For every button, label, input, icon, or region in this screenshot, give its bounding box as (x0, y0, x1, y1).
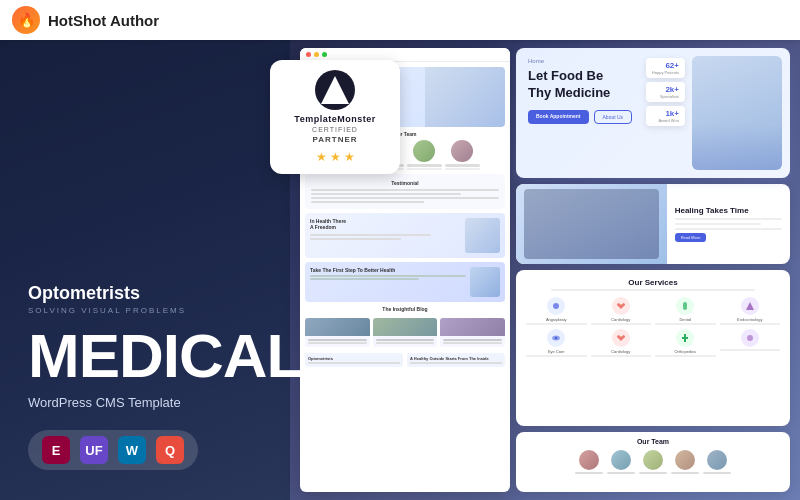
tci-line-4 (671, 472, 699, 474)
svg-point-0 (553, 303, 559, 309)
mockup-testimonial: Testimonial (305, 174, 505, 209)
blog-text-2 (373, 336, 438, 347)
dental-label: Dental (655, 317, 716, 322)
cardiology2-label: Cardiology (591, 349, 652, 354)
team-name-3 (407, 164, 442, 167)
service-angioplasty: Angioplasty (526, 297, 587, 325)
service-misc (720, 329, 781, 357)
angioplasty-label: Angioplasty (526, 317, 587, 322)
ht-line-3 (675, 228, 782, 230)
team-preview-card: Our Team (516, 432, 790, 492)
team-item-5 (703, 450, 731, 474)
app-title: HotShot Author (48, 12, 159, 29)
tm-certified: CERTIFIED (282, 126, 388, 133)
footer-line-1 (308, 362, 400, 364)
blog-label: The Insightful Blog (305, 306, 505, 312)
services-card: Our Services Angioplasty Cardi (516, 270, 790, 426)
team-item-4 (671, 450, 699, 474)
testimonial-lines (311, 189, 499, 203)
hero-card-content: Home Let Food Be Thy Medicine Book Appoi… (528, 58, 778, 124)
services-title: Our Services (526, 278, 780, 287)
service-cardiology2: Cardiology (591, 329, 652, 357)
team-item-3 (639, 450, 667, 474)
service-dental: Dental (655, 297, 716, 325)
tm-logo-inner (321, 76, 349, 104)
book-appointment-btn[interactable]: Book Appointment (528, 110, 589, 124)
cardiology2-desc (591, 355, 652, 357)
bt-5 (443, 339, 502, 341)
nav-dot-red (306, 52, 311, 57)
elementor-icon: E (42, 436, 70, 464)
team-role-3 (407, 168, 442, 170)
first-step-title: Take The First Step To Better Health (310, 267, 466, 273)
hero-title: Let Food Be Thy Medicine (528, 68, 628, 102)
endocrinology-label: Endocrinology (720, 317, 781, 322)
svg-rect-1 (683, 302, 687, 310)
logo-container: 🔥 HotShot Author (12, 6, 159, 34)
tci-line-5 (703, 472, 731, 474)
footer-label-1: Optometrists (308, 356, 400, 361)
blog-img-3 (440, 318, 505, 336)
star-3: ★ (344, 150, 355, 164)
eyecare-desc (526, 355, 587, 357)
healing-image (516, 184, 667, 264)
left-panel: Optometrists SOLVING VISUAL PROBLEMS MED… (0, 40, 290, 500)
wp-label: WordPress CMS Template (28, 395, 262, 410)
tech-icons-row: E UF W Q (28, 430, 262, 470)
about-us-btn[interactable]: About Us (594, 110, 633, 124)
uf-icon: UF (80, 436, 108, 464)
footer-item-2: A Healthy Outside Starts From The Inside (407, 353, 505, 367)
tci-line-1 (575, 472, 603, 474)
tl-3 (311, 197, 499, 199)
healing-title: Healing Takes Time (675, 206, 782, 215)
star-1: ★ (316, 150, 327, 164)
mockup-footer: Optometrists A Healthy Outside Starts Fr… (305, 353, 505, 367)
healing-text: Healing Takes Time Read More (667, 184, 790, 264)
mockup-promo: In Health ThereA Freedom (305, 213, 505, 258)
dental-desc (655, 323, 716, 325)
tm-stars: ★ ★ ★ (282, 150, 388, 164)
footer-line-2 (410, 362, 502, 364)
first-step-img (470, 267, 500, 297)
promo-text: In Health ThereA Freedom (310, 218, 461, 253)
orthopedics-desc (655, 355, 716, 357)
team-avatar-3 (413, 140, 435, 162)
fs-line-2 (310, 278, 419, 280)
mockup-first-step: Take The First Step To Better Health (305, 262, 505, 302)
team-item-1 (575, 450, 603, 474)
ht-line-1 (675, 218, 782, 220)
pl-2 (310, 238, 401, 240)
main-content: Optometrists SOLVING VISUAL PROBLEMS MED… (0, 40, 800, 500)
star-2: ★ (330, 150, 341, 164)
cardiology-icon (612, 297, 630, 315)
medical-title: MEDICAL (28, 325, 262, 387)
endocrinology-desc (720, 323, 781, 325)
tci-img-3 (643, 450, 663, 470)
tl-4 (311, 201, 424, 203)
cardiology-label: Cardiology (591, 317, 652, 322)
blog-text-1 (305, 336, 370, 347)
tci-img-5 (707, 450, 727, 470)
footer-label-2: A Healthy Outside Starts From The Inside (410, 356, 502, 361)
team-name-4 (445, 164, 480, 167)
header-bar: 🔥 HotShot Author (0, 0, 800, 40)
testimonial-label: Testimonial (311, 180, 499, 186)
bt-6 (443, 342, 502, 344)
service-cardiology: Cardiology (591, 297, 652, 325)
mockup-hero-image (425, 67, 505, 127)
eyecare-label: Eye Care (526, 349, 587, 354)
blog-card-1 (305, 318, 370, 347)
svg-point-7 (747, 335, 753, 341)
tl-1 (311, 189, 499, 191)
tci-img-2 (611, 450, 631, 470)
blog-img-1 (305, 318, 370, 336)
fs-line-1 (310, 275, 466, 277)
hero-breadcrumb: Home (528, 58, 778, 64)
pl-1 (310, 234, 431, 236)
healing-btn[interactable]: Read More (675, 233, 707, 242)
blog-text-3 (440, 336, 505, 347)
logo-icon: 🔥 (12, 6, 40, 34)
angioplasty-icon (547, 297, 565, 315)
nav-dot-yellow (314, 52, 319, 57)
promo-image (465, 218, 500, 253)
